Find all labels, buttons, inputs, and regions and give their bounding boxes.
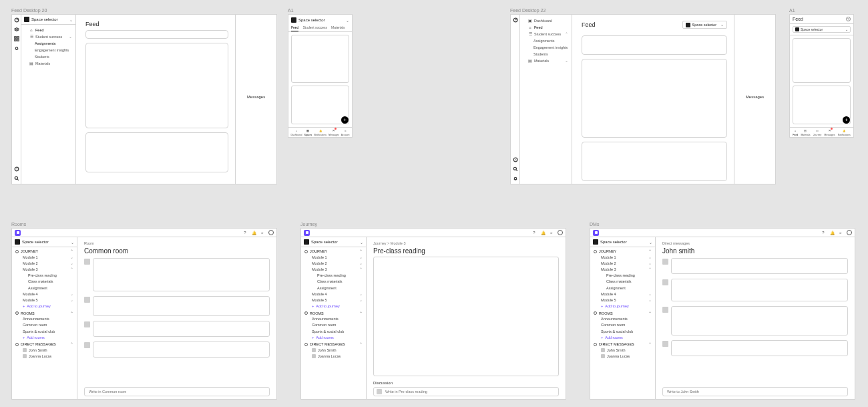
- avatar-icon[interactable]: [268, 230, 274, 235]
- fab-add[interactable]: +: [843, 116, 850, 124]
- nav-notifications[interactable]: 🔔Notifications: [838, 128, 851, 136]
- feed-card[interactable]: [85, 43, 228, 128]
- section-rooms[interactable]: ROOMS⌃: [301, 309, 366, 316]
- nav-spaces[interactable]: ▦Spaces: [304, 128, 312, 136]
- help-icon[interactable]: ?: [14, 166, 19, 172]
- tree-item-module-3[interactable]: Module 3⌃: [590, 266, 655, 272]
- tree-item-module-1[interactable]: Module 1⌄: [590, 254, 655, 260]
- feed-card[interactable]: [793, 38, 851, 83]
- app-logo-icon[interactable]: [15, 230, 21, 236]
- section-dms[interactable]: DIRECT MESSAGES⌃: [301, 340, 366, 347]
- dm-item-john[interactable]: John Smith: [590, 347, 655, 353]
- space-selector[interactable]: Space selector ⌄: [590, 237, 655, 247]
- tree-item-announcements[interactable]: Announcements: [301, 316, 366, 322]
- space-selector[interactable]: Space selector ⌄: [301, 237, 366, 247]
- space-selector[interactable]: Space selector ⌄: [21, 15, 75, 25]
- feed-card[interactable]: [85, 132, 228, 172]
- section-journey[interactable]: JOURNEY⌃: [12, 247, 77, 254]
- message-bubble[interactable]: [671, 306, 848, 335]
- app-logo-icon[interactable]: [593, 230, 599, 236]
- feed-card[interactable]: [582, 35, 727, 55]
- dashboard-icon[interactable]: [14, 17, 19, 23]
- space-selector[interactable]: Space selector ⌄: [291, 17, 349, 23]
- tree-item-add-rooms[interactable]: +Add rooms: [12, 334, 77, 340]
- help-icon[interactable]: ?: [531, 230, 537, 235]
- tree-item-add-rooms[interactable]: +Add rooms: [590, 334, 655, 340]
- space-selector[interactable]: Space selector ⌄: [793, 26, 851, 33]
- tree-item-add-to-journey[interactable]: +Add to journey: [301, 303, 366, 309]
- message-bubble[interactable]: [671, 279, 848, 301]
- tree-item-pre-class-reading[interactable]: Pre-class reading: [12, 273, 77, 279]
- dm-item-john[interactable]: John Smith: [301, 347, 366, 353]
- tree-item-module-2[interactable]: Module 2⌄: [12, 260, 77, 266]
- layers-icon[interactable]: [14, 27, 19, 32]
- section-rooms[interactable]: ROOMS⌃: [12, 309, 77, 316]
- space-selector-pill[interactable]: Space selector ⌄: [682, 21, 727, 29]
- tree-item-sports[interactable]: Sports & social club: [590, 328, 655, 334]
- help-icon[interactable]: ?: [821, 230, 826, 235]
- nav-student-success[interactable]: ☰Student success⌄: [21, 33, 75, 40]
- nav-dashboard[interactable]: ▣Dashboard: [520, 17, 572, 24]
- help-icon[interactable]: ?: [242, 230, 248, 235]
- tree-item-module-2[interactable]: Module 2⌄: [301, 260, 366, 266]
- compose-box[interactable]: [662, 387, 848, 396]
- nav-engagement[interactable]: Engagement insights: [21, 47, 75, 53]
- nav-dashboard[interactable]: ⌂Dashboard: [290, 128, 302, 136]
- nav-assignments[interactable]: Assignments: [520, 37, 572, 44]
- nav-messages[interactable]: ✉Messages: [825, 128, 835, 136]
- space-selector[interactable]: Space selector ⌄: [12, 237, 77, 247]
- message-bubble[interactable]: [93, 258, 270, 291]
- grid-icon[interactable]: [14, 36, 19, 41]
- feed-card[interactable]: [582, 59, 727, 138]
- tree-item-module-5[interactable]: Module 5⌄: [590, 297, 655, 303]
- dm-item-joanna[interactable]: Joanna Lucas: [590, 354, 655, 360]
- tree-item-module-5[interactable]: Module 5⌄: [12, 297, 77, 303]
- nav-account[interactable]: ☺Account: [341, 128, 350, 136]
- section-dms[interactable]: DIRECT MESSAGES⌃: [590, 340, 655, 347]
- tree-item-add-rooms[interactable]: +Add rooms: [301, 334, 366, 340]
- search-icon[interactable]: ⌕: [549, 230, 554, 235]
- bell-icon[interactable]: [14, 45, 19, 51]
- tree-item-pre-class-reading[interactable]: Pre-class reading: [590, 273, 655, 279]
- search-icon[interactable]: ⌕: [838, 230, 843, 235]
- help-icon[interactable]: ?: [513, 157, 518, 162]
- bell-icon[interactable]: [513, 176, 518, 181]
- feed-card[interactable]: [291, 86, 349, 124]
- tree-item-sports[interactable]: Sports & social club: [301, 328, 366, 334]
- dm-item-joanna[interactable]: Joanna Lucas: [301, 354, 366, 360]
- fab-add[interactable]: +: [341, 116, 349, 124]
- app-logo-icon[interactable]: [304, 230, 310, 236]
- nav-engagement[interactable]: Engagement insights: [520, 44, 572, 51]
- search-icon[interactable]: ⌕: [260, 230, 265, 235]
- nav-students[interactable]: Students: [520, 51, 572, 57]
- feed-card[interactable]: [291, 35, 349, 83]
- tree-item-sports[interactable]: Sports & social club: [12, 328, 77, 334]
- nav-feed[interactable]: ⌂Feed: [793, 128, 798, 136]
- tree-item-assignment[interactable]: Assignment: [590, 285, 655, 291]
- tree-item-class-materials[interactable]: Class materials: [301, 279, 366, 285]
- tree-item-assignment[interactable]: Assignment: [301, 285, 366, 291]
- feed-card[interactable]: [793, 86, 851, 124]
- search-icon[interactable]: [14, 176, 19, 181]
- message-bubble[interactable]: [93, 342, 270, 358]
- avatar-icon[interactable]: [847, 230, 852, 235]
- tree-item-class-materials[interactable]: Class materials: [12, 279, 77, 285]
- tree-item-module-3[interactable]: Module 3⌃: [301, 266, 366, 272]
- compose-box[interactable]: [84, 387, 270, 396]
- tree-item-common-room[interactable]: Common room: [12, 322, 77, 328]
- dm-item-john[interactable]: John Smith: [12, 347, 77, 353]
- dm-item-joanna[interactable]: Joanna Lucas: [12, 354, 77, 360]
- tree-item-common-room[interactable]: Common room: [301, 322, 366, 328]
- compose-input[interactable]: [666, 389, 845, 394]
- help-icon[interactable]: ?: [846, 17, 851, 21]
- feed-card[interactable]: [582, 142, 727, 181]
- tree-item-common-room[interactable]: Common room: [590, 322, 655, 328]
- compose-box[interactable]: [373, 387, 559, 396]
- feed-card[interactable]: [85, 30, 228, 39]
- tab-materials[interactable]: Materials: [331, 25, 345, 31]
- tree-item-add-to-journey[interactable]: +Add to journey: [12, 303, 77, 309]
- bell-icon[interactable]: 🔔: [829, 230, 835, 235]
- tab-student-success[interactable]: Student success: [302, 25, 327, 31]
- section-journey[interactable]: JOURNEY⌃: [590, 247, 655, 254]
- message-bubble[interactable]: [671, 258, 848, 274]
